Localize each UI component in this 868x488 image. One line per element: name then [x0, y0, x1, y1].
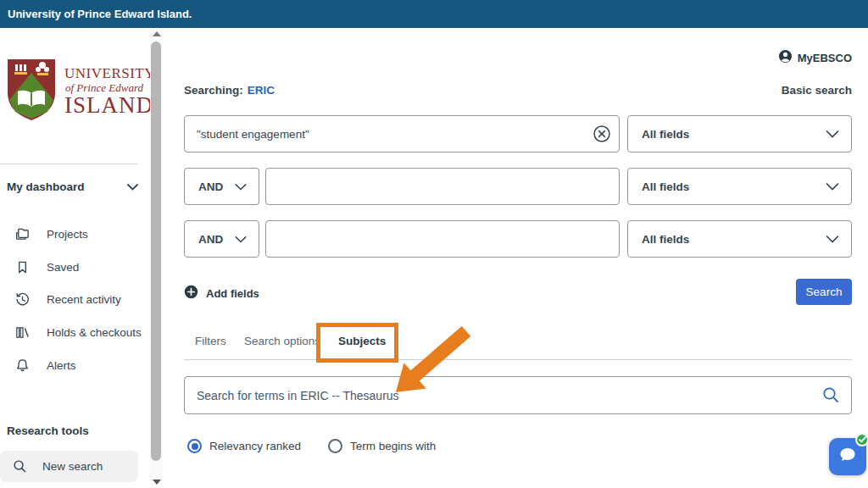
basic-search-link[interactable]: Basic search: [782, 84, 852, 97]
boolean-select-2[interactable]: AND: [184, 168, 259, 205]
scroll-up-icon[interactable]: [153, 31, 161, 36]
search-icon: [12, 458, 28, 474]
clear-input-icon[interactable]: [593, 125, 611, 143]
folder-icon: [14, 226, 31, 242]
searching-database: Searching:ERIC: [184, 84, 275, 97]
history-icon: [14, 291, 31, 308]
sidebar-item-alerts[interactable]: Alerts: [7, 355, 151, 375]
scroll-down-icon[interactable]: [153, 480, 161, 485]
sidebar-item-label: Alerts: [47, 359, 76, 372]
screen: University of Prince Edward Island. UNIV…: [0, 0, 868, 488]
radio-unselected-icon: [328, 439, 342, 453]
bell-icon: [14, 358, 31, 374]
tabs-divider: [184, 359, 852, 360]
field-select-value: All fields: [642, 128, 689, 141]
upei-shield-icon: [5, 58, 58, 125]
radio-selected-icon: [187, 439, 202, 453]
radio-label: Relevancy ranked: [209, 440, 301, 452]
database-link[interactable]: ERIC: [248, 84, 275, 97]
thesaurus-sort-options: Relevancy ranked Term begins with: [187, 439, 436, 453]
annotation-highlight-box: [316, 323, 398, 363]
search-button[interactable]: Search: [796, 279, 852, 305]
sidebar-item-label: Recent activity: [47, 293, 121, 306]
sidebar-item-recent-activity[interactable]: Recent activity: [7, 289, 151, 309]
sidebar: UNIVERSITY of Prince Edward ISLAND My da…: [0, 28, 166, 488]
my-dashboard-label: My dashboard: [7, 180, 85, 193]
research-tools-header: Research tools: [7, 424, 89, 437]
chat-bubble-icon: [837, 445, 858, 469]
radio-label: Term begins with: [350, 440, 436, 452]
chevron-down-icon: [235, 180, 247, 193]
sidebar-item-label: Holds & checkouts: [47, 326, 142, 339]
field-select-2[interactable]: All fields: [627, 168, 852, 205]
sidebar-item-holds-checkouts[interactable]: Holds & checkouts: [7, 322, 151, 342]
boolean-select-3[interactable]: AND: [184, 220, 259, 258]
field-select-1[interactable]: All fields: [627, 115, 852, 152]
institution-title: University of Prince Edward Island.: [8, 8, 192, 20]
thesaurus-search-icon[interactable]: [821, 385, 840, 404]
tab-search-options[interactable]: Search options: [244, 335, 320, 347]
person-icon: [778, 49, 793, 66]
search-term-input-1[interactable]: [184, 115, 620, 152]
scrollbar-thumb[interactable]: [151, 42, 161, 461]
sidebar-divider: [0, 164, 138, 164]
sidebar-item-new-search[interactable]: New search: [0, 451, 138, 482]
account-label: MyEBSCO: [798, 52, 852, 64]
sidebar-item-label: New search: [42, 460, 103, 473]
field-select-3[interactable]: All fields: [627, 220, 852, 258]
field-select-value: All fields: [642, 233, 689, 246]
boolean-select-value: AND: [198, 233, 223, 246]
my-dashboard-toggle[interactable]: My dashboard: [7, 180, 138, 193]
chevron-down-icon: [826, 128, 839, 141]
account-menu[interactable]: MyEBSCO: [0, 49, 852, 66]
radio-term-begins-with[interactable]: Term begins with: [328, 439, 436, 453]
top-bar: University of Prince Edward Island.: [0, 0, 868, 28]
library-icon: [14, 324, 31, 341]
field-select-value: All fields: [642, 180, 689, 193]
chevron-down-icon: [127, 180, 138, 193]
searching-label: Searching:: [184, 84, 243, 97]
plus-circle-icon: [184, 285, 198, 302]
upei-logo-text: UNIVERSITY of Prince Edward ISLAND: [64, 66, 155, 117]
upei-logo[interactable]: UNIVERSITY of Prince Edward ISLAND: [5, 58, 155, 125]
sidebar-item-saved[interactable]: Saved: [7, 257, 151, 277]
search-term-input-3[interactable]: [265, 220, 620, 258]
search-term-input-2[interactable]: [265, 168, 620, 205]
thesaurus-search-input[interactable]: [184, 376, 852, 414]
sidebar-item-projects[interactable]: Projects: [7, 224, 151, 244]
sidebar-scrollbar[interactable]: [150, 28, 163, 488]
bookmark-icon: [14, 259, 31, 275]
add-fields-label: Add fields: [206, 287, 259, 300]
searching-line: Searching:ERIC Basic search: [184, 84, 852, 97]
chevron-down-icon: [826, 180, 839, 193]
boolean-select-value: AND: [198, 180, 223, 193]
chevron-down-icon: [235, 233, 247, 246]
chevron-down-icon: [826, 233, 839, 246]
radio-relevancy-ranked[interactable]: Relevancy ranked: [187, 439, 301, 453]
add-fields-button[interactable]: Add fields: [184, 285, 259, 302]
sidebar-item-label: Saved: [47, 261, 79, 274]
sidebar-item-label: Projects: [47, 228, 88, 241]
chat-online-badge: [855, 433, 868, 446]
tab-filters[interactable]: Filters: [195, 335, 226, 347]
